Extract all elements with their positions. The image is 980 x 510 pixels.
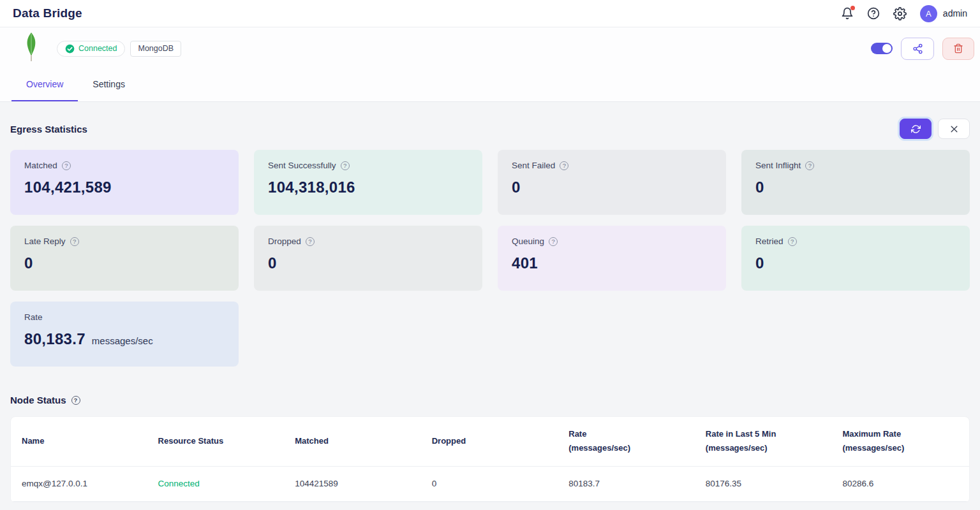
- stat-card-label-row: Late Reply?: [24, 237, 225, 246]
- stat-card-dropped: Dropped?0: [254, 226, 482, 291]
- stat-card-label: Matched: [24, 161, 57, 170]
- egress-section-head: Egress Statistics: [10, 102, 970, 139]
- egress-title: Egress Statistics: [10, 124, 87, 135]
- table-body: emqx@127.0.0.1Connected104421589080183.7…: [11, 466, 969, 501]
- stat-card-sent-failed: Sent Failed?0: [498, 150, 726, 215]
- stat-card-label-row: Sent Successfully?: [268, 161, 468, 170]
- close-icon: [950, 125, 958, 133]
- stat-card-label-row: Queuing?: [512, 237, 712, 246]
- stat-card-label: Sent Successfully: [268, 161, 336, 170]
- bridge-type-tag: MongoDB: [130, 41, 181, 57]
- stat-card-value-row: 401: [512, 254, 712, 272]
- stat-card-sent-inflight: Sent Inflight?0: [741, 150, 970, 215]
- stat-card-value-row: 0: [755, 178, 956, 196]
- stat-card-unit: messages/sec: [92, 335, 153, 346]
- help-icon[interactable]: ?: [788, 237, 797, 246]
- overview-panel: Egress Statistics Matched?104,421,589Sen…: [0, 102, 980, 510]
- bridge-detail-header: Connected MongoDB Ov: [0, 27, 980, 102]
- stat-card-retried: Retried?0: [741, 226, 970, 291]
- stat-card-value: 0: [755, 178, 764, 196]
- column-header-line: Name: [22, 434, 138, 448]
- stat-card-value: 0: [24, 254, 33, 272]
- toggle-knob: [882, 44, 891, 53]
- tab-settings[interactable]: Settings: [78, 67, 140, 101]
- egress-head-actions: [900, 119, 970, 139]
- stat-card-value: 104,318,016: [268, 178, 355, 196]
- stat-card-queuing: Queuing?401: [498, 226, 726, 291]
- column-header-line: (messages/sec): [568, 441, 685, 455]
- stat-card-late-reply: Late Reply?0: [10, 226, 239, 291]
- stat-card-value: 0: [268, 254, 277, 272]
- stat-card-label-row: Rate: [24, 312, 225, 322]
- column-header: Dropped: [422, 417, 559, 466]
- settings-button[interactable]: [893, 7, 907, 20]
- column-header: Name: [11, 417, 148, 466]
- check-circle-icon: [65, 44, 75, 54]
- node-status-section-head: Node Status ?: [10, 395, 970, 405]
- table-header-row: NameResource StatusMatchedDroppedRate(me…: [11, 417, 969, 466]
- stat-card-label: Retried: [755, 237, 783, 246]
- stat-card-value: 401: [512, 254, 538, 272]
- column-header-line: (messages/sec): [842, 441, 959, 455]
- help-icon[interactable]: ?: [549, 237, 558, 246]
- help-icon[interactable]: ?: [306, 237, 315, 246]
- bridge-badges: Connected MongoDB: [57, 41, 181, 57]
- column-header-line: Maximum Rate: [842, 427, 959, 441]
- refresh-button[interactable]: [900, 119, 932, 139]
- status-badge: Connected: [57, 41, 125, 57]
- stat-card-label-row: Retried?: [755, 237, 956, 246]
- enable-toggle[interactable]: [871, 43, 893, 54]
- stat-card-value-row: 0: [268, 254, 468, 272]
- stat-card-label-row: Dropped?: [268, 237, 468, 246]
- stat-card-matched: Matched?104,421,589: [10, 150, 239, 215]
- help-icon[interactable]: ?: [805, 161, 814, 170]
- column-header-line: (messages/sec): [706, 441, 822, 455]
- table-row: emqx@127.0.0.1Connected104421589080183.7…: [11, 466, 969, 501]
- column-header-line: Matched: [295, 434, 412, 448]
- delete-button[interactable]: [942, 38, 974, 60]
- header-actions: A admin: [841, 5, 967, 22]
- close-button[interactable]: [938, 119, 970, 139]
- stat-card-value-row: 0: [512, 178, 712, 196]
- help-icon[interactable]: ?: [341, 161, 350, 170]
- help-icon[interactable]: ?: [62, 161, 71, 170]
- username-label: admin: [943, 8, 967, 18]
- table-cell: 0: [422, 466, 559, 501]
- user-menu[interactable]: A admin: [920, 5, 967, 22]
- help-icon[interactable]: ?: [560, 161, 568, 170]
- column-header: Matched: [285, 417, 422, 466]
- refresh-icon: [911, 124, 921, 134]
- status-badge-label: Connected: [78, 44, 117, 53]
- column-header: Maximum Rate(messages/sec): [832, 417, 969, 466]
- help-button[interactable]: [867, 7, 880, 20]
- mongodb-leaf-icon: [24, 32, 38, 65]
- trash-icon: [953, 43, 963, 54]
- table-cell: emqx@127.0.0.1: [11, 466, 148, 501]
- notifications-button[interactable]: [841, 7, 854, 20]
- stat-card-label: Sent Failed: [512, 161, 555, 170]
- table-cell: 80286.6: [832, 466, 969, 501]
- stat-card-value-row: 104,421,589: [24, 178, 225, 196]
- stat-card-rate: Rate80,183.7messages/sec: [10, 302, 239, 367]
- stat-card-label: Sent Inflight: [755, 161, 801, 170]
- stat-card-label: Dropped: [268, 237, 301, 246]
- column-header: Rate in Last 5 Min(messages/sec): [695, 417, 833, 466]
- share-button[interactable]: [901, 38, 934, 60]
- notification-dot: [850, 6, 855, 10]
- column-header-line: Rate: [568, 427, 685, 441]
- help-icon[interactable]: ?: [71, 396, 80, 405]
- stat-card-label: Rate: [24, 312, 43, 322]
- column-header-line: Resource Status: [158, 434, 275, 448]
- node-status-table: NameResource StatusMatchedDroppedRate(me…: [10, 416, 970, 502]
- stat-card-label-row: Sent Inflight?: [755, 161, 956, 170]
- egress-stat-cards: Matched?104,421,589Sent Successfully?104…: [10, 150, 970, 367]
- bridge-actions: [871, 38, 974, 60]
- column-header-line: Rate in Last 5 Min: [706, 427, 822, 441]
- stat-card-value: 80,183.7: [24, 330, 85, 348]
- stat-card-value-row: 104,318,016: [268, 178, 468, 196]
- help-icon[interactable]: ?: [70, 237, 79, 246]
- stat-card-value: 0: [512, 178, 521, 196]
- tab-overview[interactable]: Overview: [11, 67, 78, 101]
- stat-card-value-row: 80,183.7messages/sec: [24, 330, 225, 348]
- column-header: Rate(messages/sec): [558, 417, 695, 466]
